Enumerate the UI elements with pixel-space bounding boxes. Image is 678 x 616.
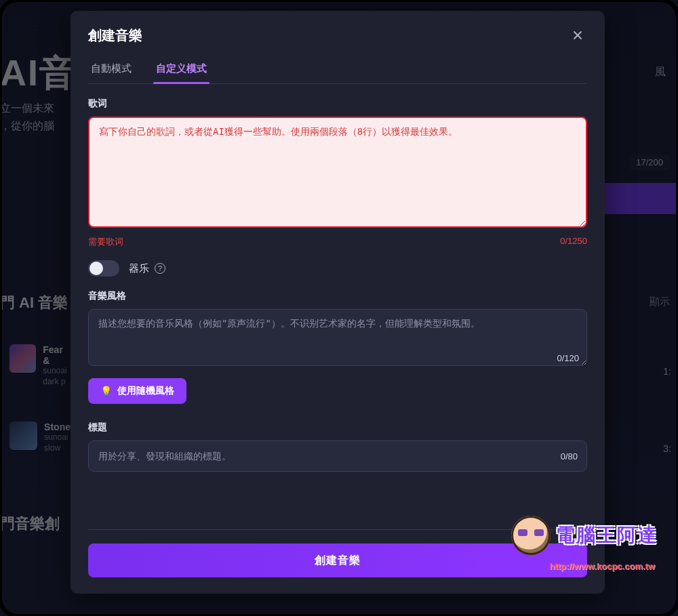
lyrics-label: 歌词	[88, 98, 587, 110]
modal-title: 創建音樂	[88, 26, 142, 45]
title-section: 標題 0/80	[88, 422, 587, 472]
style-section: 音樂風格 0/120 💡 使用隨機風格	[88, 290, 587, 404]
title-label: 標題	[88, 422, 587, 434]
instrumental-toggle[interactable]	[88, 260, 119, 276]
mode-tabs: 自動模式 自定义模式	[88, 57, 587, 84]
random-style-label: 使用隨機風格	[117, 385, 174, 397]
style-input[interactable]	[88, 309, 587, 366]
close-button[interactable]	[568, 26, 587, 45]
create-music-modal: 創建音樂 自動模式 自定义模式 歌词 需要歌词 0/1250 器乐 ? 音樂風格…	[71, 11, 605, 594]
close-icon	[572, 30, 583, 41]
help-icon[interactable]: ?	[155, 263, 165, 274]
instrumental-row: 器乐 ?	[88, 260, 587, 276]
lyrics-section: 歌词 需要歌词 0/1250	[88, 98, 587, 248]
title-char-count: 0/80	[561, 451, 578, 461]
random-style-button[interactable]: 💡 使用隨機風格	[88, 378, 186, 404]
toggle-knob	[89, 262, 103, 275]
title-input[interactable]	[88, 440, 587, 472]
create-music-button[interactable]: 創建音樂	[88, 543, 587, 577]
lyrics-input[interactable]	[88, 117, 587, 228]
tab-custom-mode[interactable]: 自定义模式	[153, 57, 210, 83]
tab-auto-mode[interactable]: 自動模式	[88, 57, 134, 83]
instrumental-label: 器乐	[129, 262, 149, 275]
lyrics-char-count: 0/1250	[560, 236, 587, 248]
lightbulb-icon: 💡	[100, 386, 112, 396]
style-label: 音樂風格	[88, 290, 587, 302]
lyrics-error: 需要歌词	[88, 236, 123, 248]
modal-divider	[88, 529, 587, 530]
